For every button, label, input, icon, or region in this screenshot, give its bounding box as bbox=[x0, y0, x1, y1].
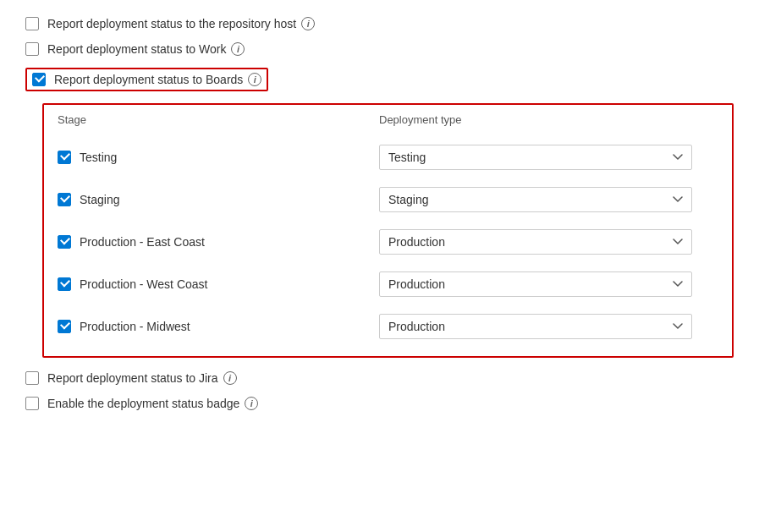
stage-staging-select[interactable]: Testing Staging Production bbox=[379, 187, 692, 212]
report-boards-info-icon[interactable]: i bbox=[248, 73, 261, 86]
report-repo-host-info-icon[interactable]: i bbox=[301, 17, 315, 30]
col-stage-header: Stage bbox=[58, 113, 379, 126]
report-repo-host-row: Report deployment status to the reposito… bbox=[25, 17, 734, 30]
enable-badge-row: Enable the deployment status badge i bbox=[25, 397, 734, 410]
stages-table-header: Stage Deployment type bbox=[58, 113, 718, 133]
stage-west-coast-checkbox[interactable] bbox=[58, 277, 71, 291]
stage-west-coast-name: Production - West Coast bbox=[80, 277, 207, 291]
report-boards-label: Report deployment status to Boards i bbox=[54, 73, 261, 86]
stage-staging-name: Staging bbox=[80, 193, 119, 206]
report-work-label: Report deployment status to Work i bbox=[47, 42, 245, 56]
stage-east-coast-select[interactable]: Testing Staging Production bbox=[379, 229, 692, 255]
stage-testing-wrap: Testing bbox=[58, 151, 379, 164]
stage-midwest-select[interactable]: Testing Staging Production bbox=[379, 314, 692, 339]
stage-testing-select[interactable]: Testing Staging Production bbox=[379, 145, 692, 170]
stage-west-coast-wrap: Production - West Coast bbox=[58, 277, 379, 291]
stages-table-container: Stage Deployment type Testing Testing St… bbox=[42, 103, 734, 358]
stage-staging-checkbox[interactable] bbox=[58, 193, 71, 206]
stage-row-midwest: Production - Midwest Testing Staging Pro… bbox=[58, 305, 718, 348]
stage-midwest-name: Production - Midwest bbox=[80, 320, 190, 333]
stage-east-coast-wrap: Production - East Coast bbox=[58, 235, 379, 249]
report-jira-label: Report deployment status to Jira i bbox=[47, 371, 237, 385]
stage-east-coast-checkbox[interactable] bbox=[58, 235, 71, 249]
report-work-checkbox[interactable] bbox=[25, 42, 39, 56]
report-jira-row: Report deployment status to Jira i bbox=[25, 371, 734, 385]
enable-badge-info-icon[interactable]: i bbox=[245, 397, 258, 410]
report-repo-host-checkbox[interactable] bbox=[25, 17, 39, 30]
stage-testing-checkbox[interactable] bbox=[58, 151, 71, 164]
stage-midwest-checkbox[interactable] bbox=[58, 320, 71, 333]
report-work-row: Report deployment status to Work i bbox=[25, 42, 734, 56]
report-jira-info-icon[interactable]: i bbox=[223, 371, 237, 385]
stage-row-testing: Testing Testing Staging Production bbox=[58, 136, 718, 178]
stage-staging-select-wrap: Testing Staging Production bbox=[379, 187, 718, 212]
stage-west-coast-select-wrap: Testing Staging Production bbox=[379, 271, 718, 297]
report-repo-host-label: Report deployment status to the reposito… bbox=[47, 17, 315, 30]
col-deployment-header: Deployment type bbox=[379, 113, 718, 126]
stage-midwest-wrap: Production - Midwest bbox=[58, 320, 379, 333]
stage-staging-wrap: Staging bbox=[58, 193, 379, 206]
stage-midwest-select-wrap: Testing Staging Production bbox=[379, 314, 718, 339]
stage-row-staging: Staging Testing Staging Production bbox=[58, 178, 718, 221]
stage-east-coast-select-wrap: Testing Staging Production bbox=[379, 229, 718, 255]
report-work-info-icon[interactable]: i bbox=[231, 42, 245, 56]
enable-badge-checkbox[interactable] bbox=[25, 397, 39, 410]
report-jira-checkbox[interactable] bbox=[25, 371, 39, 385]
stage-east-coast-name: Production - East Coast bbox=[80, 235, 205, 249]
stage-testing-select-wrap: Testing Staging Production bbox=[379, 145, 718, 170]
enable-badge-label: Enable the deployment status badge i bbox=[47, 397, 258, 410]
report-boards-checkbox[interactable] bbox=[32, 73, 46, 86]
stage-west-coast-select[interactable]: Testing Staging Production bbox=[379, 271, 692, 297]
stage-testing-name: Testing bbox=[80, 151, 117, 164]
stage-row-east-coast: Production - East Coast Testing Staging … bbox=[58, 221, 718, 263]
stage-row-west-coast: Production - West Coast Testing Staging … bbox=[58, 263, 718, 305]
report-boards-highlighted-row: Report deployment status to Boards i bbox=[25, 68, 268, 91]
